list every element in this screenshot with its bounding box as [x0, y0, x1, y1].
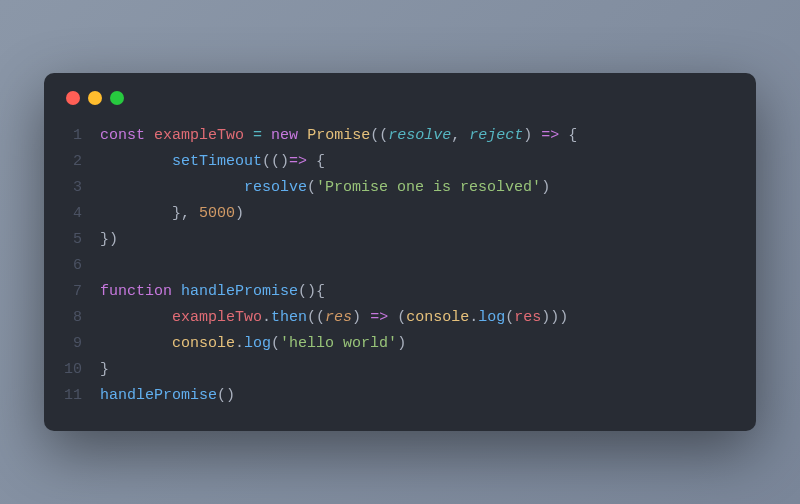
- minimize-icon[interactable]: [88, 91, 102, 105]
- code-line: resolve('Promise one is resolved'): [100, 179, 550, 196]
- code-content[interactable]: const exampleTwo = new Promise((resolve,…: [100, 123, 577, 409]
- code-line: const exampleTwo = new Promise((resolve,…: [100, 127, 577, 144]
- code-line: setTimeout(()=> {: [100, 153, 325, 170]
- line-number-gutter: 1 2 3 4 5 6 7 8 9 10 11: [64, 123, 100, 409]
- zoom-icon[interactable]: [110, 91, 124, 105]
- code-area[interactable]: 1 2 3 4 5 6 7 8 9 10 11 const exampleTwo…: [64, 123, 736, 409]
- window-titlebar: [64, 91, 736, 105]
- code-line: exampleTwo.then((res) => (console.log(re…: [100, 309, 568, 326]
- code-line: }): [100, 231, 118, 248]
- code-line: handlePromise(): [100, 387, 235, 404]
- code-line: function handlePromise(){: [100, 283, 325, 300]
- code-editor: 1 2 3 4 5 6 7 8 9 10 11 const exampleTwo…: [44, 73, 756, 431]
- code-line: console.log('hello world'): [100, 335, 406, 352]
- code-line: }, 5000): [100, 205, 244, 222]
- code-line: }: [100, 361, 109, 378]
- close-icon[interactable]: [66, 91, 80, 105]
